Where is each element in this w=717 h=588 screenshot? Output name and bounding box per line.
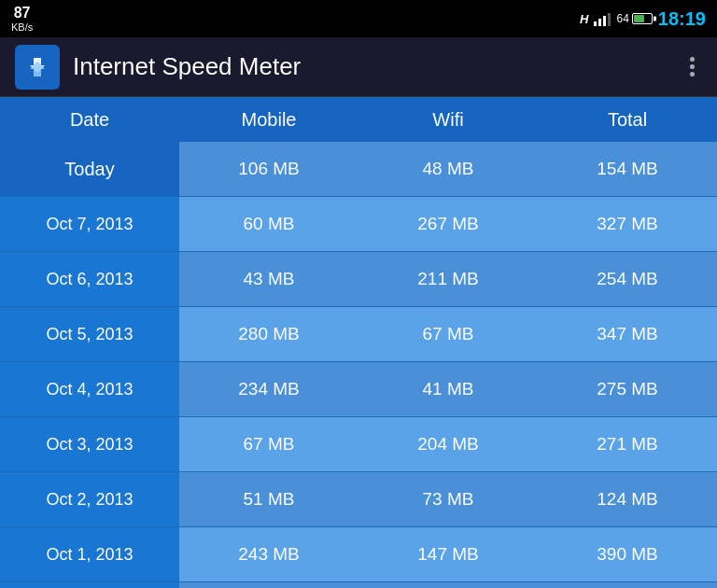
menu-dot-3 xyxy=(690,72,695,77)
battery-percent: 64 xyxy=(616,12,628,25)
app-title: Internet Speed Meter xyxy=(73,52,682,81)
wifi-cell: 48 MB xyxy=(358,142,538,196)
date-cell: Sep 30, 2013 xyxy=(0,582,179,588)
mobile-cell: 234 MB xyxy=(179,362,358,416)
table-row[interactable]: Oct 6, 201343 MB211 MB254 MB xyxy=(0,252,717,307)
speed-value: 87 xyxy=(11,5,33,21)
date-cell: Oct 7, 2013 xyxy=(0,197,179,251)
date-cell: Oct 1, 2013 xyxy=(0,527,179,581)
status-bar: 87 KB/s H 64 18:19 xyxy=(0,0,717,37)
total-cell: 154 MB xyxy=(538,142,717,196)
battery-container: 64 xyxy=(616,12,652,25)
table-row[interactable]: Oct 7, 201360 MB267 MB327 MB xyxy=(0,197,717,252)
table-row[interactable]: Oct 3, 201367 MB204 MB271 MB xyxy=(0,417,717,472)
mobile-cell: 159 MB xyxy=(179,582,358,588)
total-cell: 227 MB xyxy=(538,582,717,588)
battery-fill xyxy=(634,15,645,22)
table-row[interactable]: Oct 2, 201351 MB73 MB124 MB xyxy=(0,472,717,527)
wifi-cell: 211 MB xyxy=(358,252,538,306)
wifi-cell: 41 MB xyxy=(358,362,538,416)
table-body: Today106 MB48 MB154 MBOct 7, 201360 MB26… xyxy=(0,142,717,588)
mobile-cell: 60 MB xyxy=(179,197,358,251)
speed-indicator: 87 KB/s xyxy=(11,5,33,33)
date-cell: Oct 5, 2013 xyxy=(0,307,179,361)
h-signal-icon: H xyxy=(580,12,588,26)
mobile-cell: 106 MB xyxy=(179,142,358,196)
table-row[interactable]: Oct 1, 2013243 MB147 MB390 MB xyxy=(0,527,717,582)
table-row[interactable]: Today106 MB48 MB154 MB xyxy=(0,142,717,197)
date-cell: Oct 4, 2013 xyxy=(0,362,179,416)
total-cell: 254 MB xyxy=(538,252,717,306)
mobile-cell: 51 MB xyxy=(179,472,358,526)
signal-bars-icon xyxy=(594,11,611,26)
wifi-cell: 67 MB xyxy=(358,307,538,361)
total-cell: 347 MB xyxy=(538,307,717,361)
total-cell: 271 MB xyxy=(538,417,717,471)
col-header-date: Date xyxy=(0,97,179,142)
date-cell: Oct 3, 2013 xyxy=(0,417,179,471)
menu-button[interactable] xyxy=(682,49,702,84)
wifi-cell: 204 MB xyxy=(358,417,538,471)
table-row[interactable]: Oct 5, 2013280 MB67 MB347 MB xyxy=(0,307,717,362)
wifi-cell: 68 MB xyxy=(358,582,538,588)
menu-dot-1 xyxy=(690,57,695,62)
app-header: Internet Speed Meter xyxy=(0,37,717,97)
mobile-cell: 67 MB xyxy=(179,417,358,471)
wifi-cell: 147 MB xyxy=(358,527,538,581)
table-row[interactable]: Sep 30, 2013159 MB68 MB227 MB xyxy=(0,582,717,588)
app-icon xyxy=(15,45,60,90)
battery-icon xyxy=(632,13,653,24)
time-display: 18:19 xyxy=(658,8,706,30)
total-cell: 327 MB xyxy=(538,197,717,251)
total-cell: 124 MB xyxy=(538,472,717,526)
total-cell: 275 MB xyxy=(538,362,717,416)
menu-dot-2 xyxy=(690,64,695,69)
date-cell: Oct 2, 2013 xyxy=(0,472,179,526)
date-cell-today: Today xyxy=(0,142,179,196)
date-cell: Oct 6, 2013 xyxy=(0,252,179,306)
table-row[interactable]: Oct 4, 2013234 MB41 MB275 MB xyxy=(0,362,717,417)
mobile-cell: 43 MB xyxy=(179,252,358,306)
col-header-total: Total xyxy=(538,97,717,142)
col-header-mobile: Mobile xyxy=(179,97,358,142)
table-header: Date Mobile Wifi Total xyxy=(0,97,717,142)
wifi-cell: 73 MB xyxy=(358,472,538,526)
col-header-wifi: Wifi xyxy=(358,97,538,142)
speed-unit: KB/s xyxy=(11,21,33,33)
wifi-cell: 267 MB xyxy=(358,197,538,251)
status-right: H 64 18:19 xyxy=(580,8,706,30)
total-cell: 390 MB xyxy=(538,527,717,581)
mobile-cell: 243 MB xyxy=(179,527,358,581)
svg-marker-1 xyxy=(30,62,45,77)
mobile-cell: 280 MB xyxy=(179,307,358,361)
